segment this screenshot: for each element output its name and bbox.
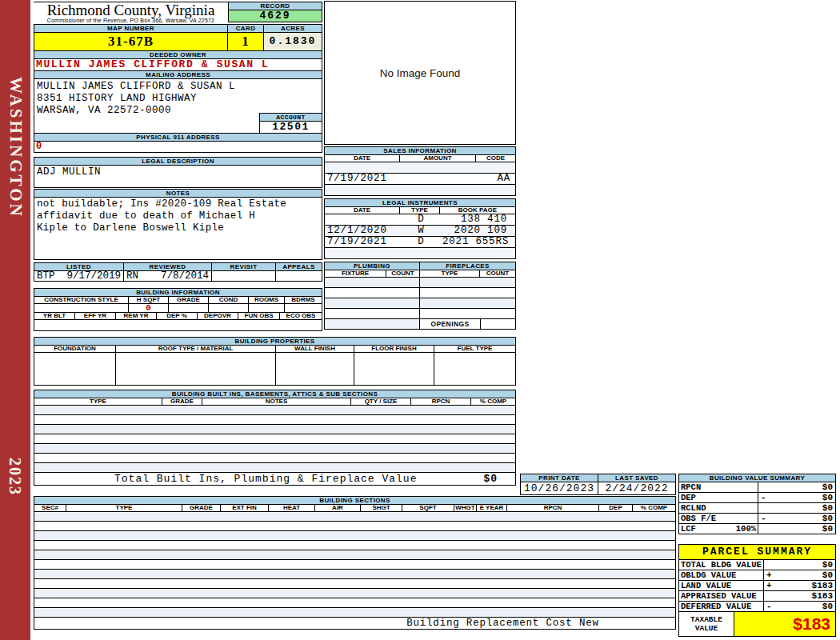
fireplaces-blank-row (419, 298, 516, 309)
parcel-summary-title: PARCEL SUMMARY (678, 544, 836, 560)
column-header: % COMP (470, 398, 516, 406)
roof-value (115, 352, 276, 386)
column-header: AIR (314, 504, 361, 512)
parcel-row: DEFERRED VALUE -$0 (678, 601, 836, 612)
sales-row (324, 162, 516, 174)
parcel-label: TOTAL BLDG VALUE (681, 560, 762, 570)
reviewed-date: 7/8/2014 (161, 271, 209, 281)
bvs-op: - (761, 493, 766, 502)
bvs-label: DEP (681, 493, 696, 502)
plumbing-blank-row (324, 318, 420, 330)
column-header: COUNT (386, 270, 420, 278)
column-header: TYPE (34, 398, 162, 406)
column-header: RPCN (410, 398, 471, 406)
column-header: TYPE (419, 270, 480, 278)
bvs-value: $0 (822, 493, 833, 502)
column-header: GRADE (182, 504, 221, 512)
column-header: QTY / SIZE (350, 398, 411, 406)
bvs-row: RPCN $0 (678, 482, 836, 493)
built-ins-total-value: $0 (483, 473, 498, 485)
account-value: 12501 (259, 121, 322, 134)
building-info-blank-row (34, 319, 322, 331)
column-header: SHGT (360, 504, 402, 512)
bvs-row: DEP -$0 (678, 492, 836, 503)
mailing-line: 8351 HISTORY LAND HIGHWAY (37, 93, 322, 105)
sidebar-year-label: 2023 (6, 458, 24, 496)
column-header: HEAT (268, 504, 315, 512)
review-value-row: BTP 9/17/2019 RN 7/8/2014 (34, 270, 322, 282)
fireplaces-blank-row (419, 308, 516, 319)
parcel-value: $0 (822, 560, 833, 570)
plumbing-blank-row (324, 277, 420, 288)
listed-value: BTP 9/17/2019 (34, 270, 124, 282)
column-header: YR BLT (34, 312, 75, 320)
appeals-value (275, 270, 322, 282)
parcel-value: $183 (812, 591, 833, 601)
sales-information-section: SALES INFORMATION DATE AMOUNT CODE 7/19/… (324, 146, 516, 196)
mailing-address-box: MULLIN JAMES CLIFFORD & SUSAN L 8351 HIS… (34, 78, 322, 134)
notes-line: not buildable; Ins #2020-109 Real Estate (37, 198, 322, 210)
legal-instrument-row: 7/19/2021 D 2021 655RS (324, 236, 516, 248)
plumbing-blank-row (324, 298, 420, 309)
record-value: 4629 (228, 10, 322, 22)
parcel-value: $0 (822, 602, 833, 611)
plumbing-fireplaces-section: PLUMBING FIXTURE COUNT FIREPLACES TYPE C… (324, 262, 516, 330)
parcel-label: LAND VALUE (681, 581, 731, 590)
parcel-row: LAND VALUE +$183 (678, 580, 836, 591)
parcel-label: APPRAISED VALUE (681, 591, 757, 601)
plumbing-blank-row (324, 287, 420, 298)
fuel-type-value (434, 352, 516, 386)
map-number-value: 31-67B (34, 32, 228, 51)
building-properties-section: BUILDING PROPERTIES FOUNDATION ROOF TYPE… (34, 337, 516, 386)
column-header: ECO OBS (279, 312, 322, 320)
parcel-value: $183 (812, 581, 833, 590)
column-header: EXT FIN (220, 504, 269, 512)
taxable-value-row: TAXABLE VALUE $183 (678, 611, 836, 637)
reviewed-by: RN (126, 271, 138, 281)
bvs-value: $0 (822, 514, 833, 523)
last-saved-value: 2/24/2022 (598, 482, 676, 495)
property-photo-placeholder: No Image Found (324, 1, 516, 145)
column-header: BOOK PAGE (439, 206, 516, 214)
column-header: TYPE (399, 206, 440, 214)
parcel-summary-section: PARCEL SUMMARY TOTAL BLDG VALUE $0 OBLDG… (678, 544, 836, 637)
fireplaces-blank-row (419, 277, 516, 288)
column-header: SEC# (34, 504, 66, 512)
column-header: FUN OBS (238, 312, 280, 320)
record-box: RECORD 4629 (228, 2, 322, 23)
column-header: AMOUNT (399, 154, 476, 162)
mailing-line: MULLIN JAMES CLIFFORD & SUSAN L (37, 81, 322, 93)
physical-address-value: 0 (34, 141, 322, 153)
fireplaces-table: FIREPLACES TYPE COUNT OPENINGS (419, 262, 516, 330)
column-header: % COMP (632, 504, 676, 512)
parcel-label: OBLDG VALUE (681, 570, 736, 580)
column-header: EFF YR (74, 312, 116, 320)
foundation-value (34, 352, 116, 386)
print-info-section: PRINT DATE LAST SAVED 10/26/2023 2/24/20… (520, 474, 676, 495)
parcel-label: DEFERRED VALUE (681, 602, 751, 611)
plumbing-table: PLUMBING FIXTURE COUNT (324, 262, 420, 330)
bvs-label: RPCN (681, 482, 701, 492)
account-box: ACCOUNT 12501 (259, 113, 322, 134)
listed-date: 9/17/2019 (66, 271, 121, 281)
floor-finish-value (354, 352, 434, 386)
column-header: REM YR (115, 312, 157, 320)
bvs-label: LCF (681, 524, 696, 534)
built-ins-total-label: Total Built Ins, Plumbing & Fireplace Va… (114, 473, 417, 485)
column-header: GRADE (162, 398, 202, 406)
bvs-pct: 100% (736, 524, 756, 534)
column-header: TYPE (66, 504, 182, 512)
bvs-row: RCLND $0 (678, 502, 836, 514)
parcel-value: $0 (822, 570, 833, 580)
column-header: RPCN (506, 504, 599, 512)
column-header: NOTES (202, 398, 351, 406)
built-ins-total-row: Total Built Ins, Plumbing & Fireplace Va… (34, 472, 516, 486)
column-header: CODE (475, 154, 516, 162)
listed-by: BTP (37, 271, 55, 281)
legal-instrument-row: D 138 410 (324, 214, 516, 226)
parcel-op: - (766, 602, 772, 611)
legal-instrument-row (324, 247, 516, 259)
building-information-section: BUILDING INFORMATION CONSTRUCTION STYLE … (34, 288, 322, 331)
plumbing-blank-row (324, 308, 420, 319)
sales-row (324, 184, 516, 196)
